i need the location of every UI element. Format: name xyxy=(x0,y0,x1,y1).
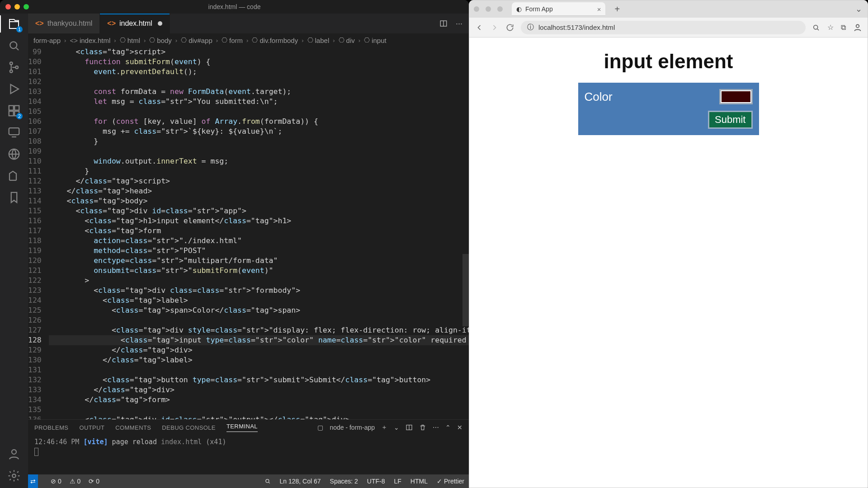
html-file-icon: <> xyxy=(107,19,116,28)
vscode-titlebar: index.html — code xyxy=(0,0,469,14)
code-editor[interactable]: 9910010110210310410510610710810911011111… xyxy=(28,47,469,419)
status-lncol[interactable]: Ln 128, Col 67 xyxy=(280,478,321,485)
search-icon[interactable] xyxy=(7,39,21,52)
status-spaces[interactable]: Spaces: 2 xyxy=(330,478,358,485)
source-control-icon[interactable] xyxy=(7,61,21,74)
more-actions-icon[interactable]: ⋯ xyxy=(456,19,462,28)
terminal-count: (x41) xyxy=(206,438,226,446)
close-panel-icon[interactable]: ✕ xyxy=(457,424,462,431)
minimize-window-icon[interactable] xyxy=(486,6,491,12)
status-formatter[interactable]: ✓ Prettier xyxy=(437,478,464,485)
status-find-icon[interactable] xyxy=(264,478,271,484)
crumb[interactable]: div.formbody xyxy=(259,37,298,44)
panel-tab-output[interactable]: OUTPUT xyxy=(79,424,104,431)
zoom-icon[interactable] xyxy=(812,23,820,32)
extensions-icon[interactable]: 2 xyxy=(7,104,21,117)
panel-tab-terminal[interactable]: TERMINAL xyxy=(226,423,258,432)
svg-rect-4 xyxy=(9,106,14,110)
close-window-icon[interactable] xyxy=(474,6,479,12)
color-input[interactable] xyxy=(719,89,753,104)
explorer-badge: 1 xyxy=(16,26,23,33)
crumb[interactable]: input xyxy=(372,37,387,44)
back-icon[interactable] xyxy=(475,23,484,32)
split-terminal-icon[interactable] xyxy=(406,424,413,431)
extensions-puzzle-icon[interactable]: ⧉ xyxy=(841,23,846,32)
close-tab-icon[interactable]: × xyxy=(597,5,601,13)
browser-tab[interactable]: ◐ Form App × xyxy=(512,2,605,16)
tab-thankyou[interactable]: <> thankyou.html xyxy=(28,14,100,33)
panel-tab-problems[interactable]: PROBLEMS xyxy=(34,424,68,431)
panel-tab-comments[interactable]: COMMENTS xyxy=(115,424,151,431)
status-ports[interactable]: ⟳ 0 xyxy=(89,478,99,485)
html-file-icon: <> xyxy=(35,19,44,28)
crumb[interactable]: index.html xyxy=(80,37,110,44)
task-runner-icon[interactable]: ▢ xyxy=(317,424,323,431)
breadcrumbs[interactable]: form-app› <>index.html› ⎔html› ⎔body› ⎔d… xyxy=(28,33,469,47)
tab-label: thankyou.html xyxy=(47,19,93,28)
panel-tab-debug[interactable]: DEBUG CONSOLE xyxy=(162,424,216,431)
remote-indicator[interactable]: ⇄ xyxy=(28,474,38,488)
maximize-panel-icon[interactable]: ⌃ xyxy=(445,424,451,431)
terminal-tag: [vite] xyxy=(83,438,108,446)
svg-point-3 xyxy=(15,66,18,69)
explorer-icon[interactable]: 1 xyxy=(7,17,21,31)
terminal-msg: page reload xyxy=(112,438,157,446)
accounts-icon[interactable] xyxy=(7,447,21,461)
tab-index[interactable]: <> index.html xyxy=(100,14,170,33)
browser-toolbar: ⓘ localhost:5173/index.html ☆ ⧉ xyxy=(469,18,868,38)
svg-point-11 xyxy=(12,474,16,478)
bookmark-icon[interactable] xyxy=(7,191,21,204)
svg-point-14 xyxy=(265,479,269,483)
site-info-icon[interactable]: ⓘ xyxy=(527,23,534,32)
run-debug-icon[interactable] xyxy=(7,82,21,96)
new-tab-icon[interactable]: + xyxy=(614,4,620,14)
crumb[interactable]: div xyxy=(346,37,355,44)
live-share-icon[interactable] xyxy=(7,147,21,161)
bookmark-star-icon[interactable]: ☆ xyxy=(827,23,834,32)
scrollbar-thumb[interactable] xyxy=(462,254,469,326)
reload-icon[interactable] xyxy=(505,23,514,32)
modified-dot-icon xyxy=(158,21,162,26)
crumb[interactable]: form xyxy=(229,37,243,44)
status-lang[interactable]: HTML xyxy=(410,478,428,485)
testing-icon[interactable] xyxy=(7,169,21,183)
editor-tabs: <> thankyou.html <> index.html ⋯ xyxy=(28,14,469,33)
status-warnings[interactable]: ⚠ 0 xyxy=(70,478,81,485)
svg-rect-8 xyxy=(9,128,19,135)
remote-explorer-icon[interactable] xyxy=(7,126,21,139)
panel-tabs: PROBLEMS OUTPUT COMMENTS DEBUG CONSOLE T… xyxy=(28,420,469,435)
tab-label: index.html xyxy=(119,19,152,28)
crumb[interactable]: html xyxy=(127,37,140,44)
profile-icon[interactable] xyxy=(853,23,862,32)
forward-icon[interactable] xyxy=(490,23,499,32)
more-icon[interactable]: ⋯ xyxy=(433,424,439,431)
task-label[interactable]: node - form-app xyxy=(330,424,375,431)
svg-point-1 xyxy=(10,62,13,65)
split-editor-icon[interactable] xyxy=(439,19,448,28)
svg-point-2 xyxy=(10,70,13,73)
terminal-output[interactable]: 12:46:46 PM [vite] page reload index.htm… xyxy=(28,435,469,474)
page-content: input element Color Submit xyxy=(469,38,868,488)
status-eol[interactable]: LF xyxy=(394,478,401,485)
status-encoding[interactable]: UTF-8 xyxy=(367,478,385,485)
window-menu-icon[interactable]: ⌄ xyxy=(855,4,862,14)
zoom-window-icon[interactable] xyxy=(497,6,503,12)
crumb[interactable]: div#app xyxy=(189,37,212,44)
code-area[interactable]: <class="tag">script> function submitForm… xyxy=(46,47,469,419)
svg-point-0 xyxy=(10,42,17,48)
crumb[interactable]: form-app xyxy=(33,37,61,44)
extensions-badge: 2 xyxy=(16,113,23,119)
chevron-down-icon[interactable]: ⌄ xyxy=(394,424,399,431)
svg-rect-5 xyxy=(14,106,19,110)
gear-icon[interactable] xyxy=(7,469,21,483)
svg-point-10 xyxy=(12,450,16,454)
crumb[interactable]: body xyxy=(157,37,172,44)
status-errors[interactable]: ⊘ 0 xyxy=(51,478,61,485)
svg-point-15 xyxy=(814,25,818,29)
crumb[interactable]: label xyxy=(315,37,330,44)
new-terminal-icon[interactable]: ＋ xyxy=(381,423,387,432)
submit-button[interactable]: Submit xyxy=(708,111,752,129)
address-bar[interactable]: ⓘ localhost:5173/index.html xyxy=(521,21,806,34)
status-bar: ⇄ ⊘ 0 ⚠ 0 ⟳ 0 Ln 128, Col 67 Spaces: 2 U… xyxy=(28,474,469,488)
trash-icon[interactable] xyxy=(419,424,426,431)
